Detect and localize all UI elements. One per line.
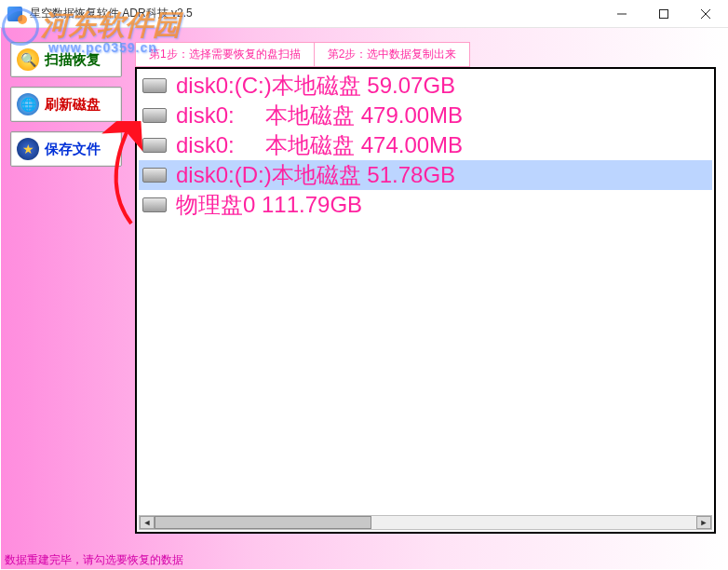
window-title: 星空数据恢复软件 ADR科技 v2.5 [30, 6, 193, 21]
disk-row-text: disk0: 本地磁盘 479.00MB [176, 101, 463, 130]
status-bar: 数据重建完毕，请勾选要恢复的数据 [1, 550, 727, 569]
save-file-button-icon: ★ [17, 138, 39, 160]
scroll-right-arrow-icon[interactable]: ► [696, 516, 711, 529]
disk-row[interactable]: disk0:(D:)本地磁盘 51.78GB [139, 160, 712, 190]
sidebar: 🔍扫描恢复🌐刷新磁盘★保存文件 [10, 42, 122, 167]
scan-recover-button[interactable]: 🔍扫描恢复 [10, 42, 122, 77]
disk-icon [142, 138, 167, 153]
minimize-button[interactable] [600, 0, 642, 28]
svg-rect-1 [659, 9, 667, 18]
refresh-disk-button-label: 刷新磁盘 [45, 96, 101, 114]
scroll-left-arrow-icon[interactable]: ◄ [140, 516, 155, 529]
step-tabs: 第1步：选择需要恢复的盘扫描 第2步：选中数据复制出来 [135, 42, 470, 67]
disk-row-text: disk0: 本地磁盘 474.00MB [176, 130, 463, 160]
refresh-disk-button-icon: 🌐 [17, 93, 39, 115]
disk-row[interactable]: disk0: 本地磁盘 474.00MB [139, 130, 712, 160]
step2-tab[interactable]: 第2步：选中数据复制出来 [314, 42, 471, 67]
disk-row-text: disk0:(C:)本地磁盘 59.07GB [176, 71, 455, 101]
disk-row[interactable]: disk0:(C:)本地磁盘 59.07GB [139, 71, 712, 101]
scroll-track[interactable] [155, 516, 696, 529]
client-area: 🔍扫描恢复🌐刷新磁盘★保存文件 第1步：选择需要恢复的盘扫描 第2步：选中数据复… [1, 28, 727, 569]
disk-icon [142, 197, 167, 212]
disk-list-frame: disk0:(C:)本地磁盘 59.07GBdisk0: 本地磁盘 479.00… [135, 67, 716, 534]
scroll-thumb[interactable] [155, 516, 371, 529]
horizontal-scrollbar[interactable]: ◄ ► [139, 515, 712, 530]
disk-row-text: 物理盘0 111.79GB [176, 190, 362, 220]
maximize-button[interactable] [642, 0, 684, 28]
save-file-button-label: 保存文件 [45, 141, 101, 158]
disk-icon [142, 168, 167, 183]
disk-row[interactable]: disk0: 本地磁盘 479.00MB [139, 101, 712, 130]
disk-row-text: disk0:(D:)本地磁盘 51.78GB [176, 160, 455, 190]
refresh-disk-button[interactable]: 🌐刷新磁盘 [10, 87, 122, 122]
disk-icon [142, 78, 167, 93]
step1-tab[interactable]: 第1步：选择需要恢复的盘扫描 [135, 42, 314, 67]
scan-recover-button-icon: 🔍 [17, 48, 39, 71]
disk-icon [142, 108, 167, 123]
disk-row[interactable]: 物理盘0 111.79GB [139, 190, 712, 220]
app-icon [7, 7, 22, 21]
titlebar: 星空数据恢复软件 ADR科技 v2.5 [0, 0, 728, 28]
close-button[interactable] [684, 0, 726, 28]
disk-list[interactable]: disk0:(C:)本地磁盘 59.07GBdisk0: 本地磁盘 479.00… [139, 71, 712, 513]
scan-recover-button-label: 扫描恢复 [45, 51, 101, 69]
save-file-button[interactable]: ★保存文件 [10, 131, 122, 167]
